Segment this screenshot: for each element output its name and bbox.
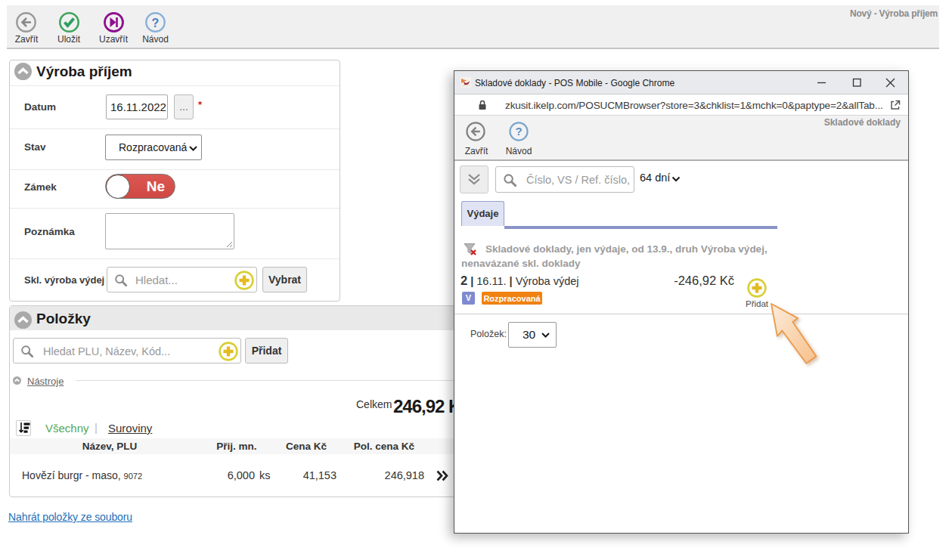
- svg-text:?: ?: [515, 125, 522, 138]
- svg-text:?: ?: [152, 17, 160, 29]
